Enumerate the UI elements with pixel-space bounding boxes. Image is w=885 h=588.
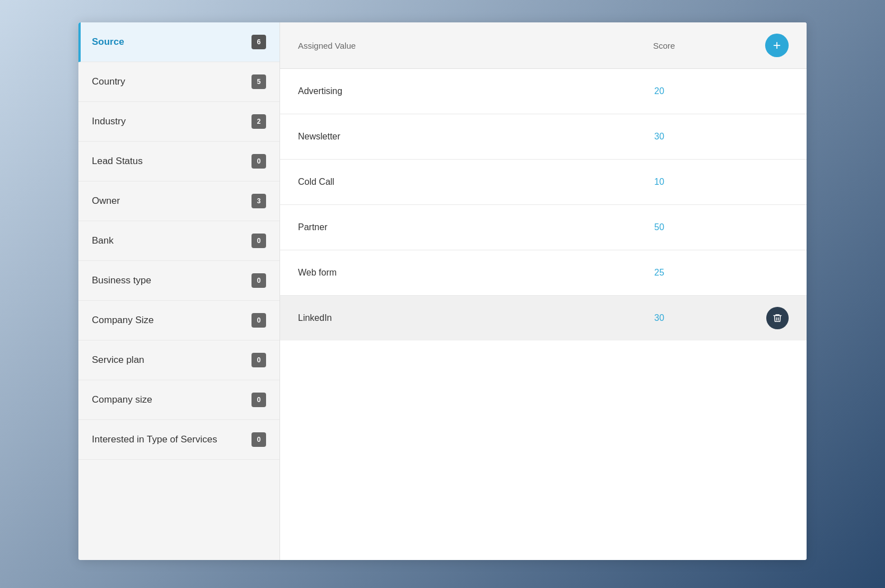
row-value-linkedin: LinkedIn bbox=[298, 313, 654, 323]
sidebar-item-label-country: Country bbox=[92, 76, 125, 87]
sidebar-badge-interested-in: 0 bbox=[251, 432, 266, 447]
row-value-advertising: Advertising bbox=[298, 86, 654, 96]
sidebar-badge-business-type: 0 bbox=[251, 273, 266, 288]
sidebar-badge-source: 6 bbox=[251, 35, 266, 49]
content-row-web-form: Web form25 bbox=[280, 250, 807, 296]
sidebar-item-label-source: Source bbox=[92, 36, 124, 48]
sidebar-item-industry[interactable]: Industry2 bbox=[78, 102, 280, 142]
sidebar-item-source[interactable]: Source6 bbox=[78, 22, 280, 62]
delete-placeholder-advertising bbox=[766, 80, 789, 102]
content-row-cold-call: Cold Call10 bbox=[280, 160, 807, 205]
delete-placeholder-web-form bbox=[766, 262, 789, 284]
sidebar-item-interested-in[interactable]: Interested in Type of Services0 bbox=[78, 420, 280, 460]
content-row-advertising: Advertising20 bbox=[280, 69, 807, 114]
score-column-header: Score bbox=[653, 41, 765, 50]
sidebar-badge-lead-status: 0 bbox=[251, 154, 266, 169]
sidebar-item-owner[interactable]: Owner3 bbox=[78, 181, 280, 221]
sidebar-badge-service-plan: 0 bbox=[251, 353, 266, 367]
row-value-newsletter: Newsletter bbox=[298, 132, 654, 142]
sidebar-item-lead-status[interactable]: Lead Status0 bbox=[78, 142, 280, 181]
delete-placeholder-newsletter bbox=[766, 125, 789, 148]
row-score-web-form: 25 bbox=[654, 268, 766, 278]
sidebar-item-business-type[interactable]: Business type0 bbox=[78, 261, 280, 301]
sidebar-badge-country: 5 bbox=[251, 74, 266, 89]
sidebar-item-label-company-size-2: Company size bbox=[92, 394, 152, 405]
delete-placeholder-partner bbox=[766, 216, 789, 239]
sidebar-item-label-service-plan: Service plan bbox=[92, 354, 145, 366]
sidebar-item-label-bank: Bank bbox=[92, 235, 114, 246]
delete-placeholder-cold-call bbox=[766, 171, 789, 193]
row-score-partner: 50 bbox=[654, 222, 766, 232]
row-value-web-form: Web form bbox=[298, 268, 654, 278]
sidebar-badge-company-size-1: 0 bbox=[251, 313, 266, 328]
sidebar-item-service-plan[interactable]: Service plan0 bbox=[78, 340, 280, 380]
row-score-advertising: 20 bbox=[654, 86, 766, 96]
sidebar-item-label-company-size-1: Company Size bbox=[92, 315, 154, 326]
sidebar-item-company-size-2[interactable]: Company size0 bbox=[78, 380, 280, 420]
row-value-partner: Partner bbox=[298, 222, 654, 232]
sidebar-item-label-lead-status: Lead Status bbox=[92, 156, 143, 167]
content-header: Assigned Value Score + bbox=[280, 22, 807, 69]
row-value-cold-call: Cold Call bbox=[298, 177, 654, 187]
content-row-newsletter: Newsletter30 bbox=[280, 114, 807, 160]
assigned-value-column-header: Assigned Value bbox=[298, 41, 653, 50]
sidebar-item-label-interested-in: Interested in Type of Services bbox=[92, 434, 217, 445]
row-score-cold-call: 10 bbox=[654, 177, 766, 187]
sidebar-item-bank[interactable]: Bank0 bbox=[78, 221, 280, 261]
content-row-linkedin: LinkedIn30 bbox=[280, 296, 807, 340]
delete-button-linkedin[interactable] bbox=[766, 307, 789, 329]
sidebar-item-company-size-1[interactable]: Company Size0 bbox=[78, 301, 280, 340]
sidebar-item-label-business-type: Business type bbox=[92, 275, 151, 286]
sidebar-badge-company-size-2: 0 bbox=[251, 393, 266, 407]
sidebar-item-label-owner: Owner bbox=[92, 195, 120, 207]
sidebar-badge-industry: 2 bbox=[251, 114, 266, 129]
sidebar-item-country[interactable]: Country5 bbox=[78, 62, 280, 102]
main-container: Source6Country5Industry2Lead Status0Owne… bbox=[78, 22, 807, 560]
sidebar-badge-owner: 3 bbox=[251, 194, 266, 208]
sidebar-badge-bank: 0 bbox=[251, 234, 266, 248]
row-score-newsletter: 30 bbox=[654, 132, 766, 142]
add-row-button[interactable]: + bbox=[765, 34, 789, 57]
sidebar-item-label-industry: Industry bbox=[92, 116, 125, 127]
row-score-linkedin: 30 bbox=[654, 313, 766, 323]
sidebar: Source6Country5Industry2Lead Status0Owne… bbox=[78, 22, 280, 560]
content-row-partner: Partner50 bbox=[280, 205, 807, 250]
content-panel: Assigned Value Score + Advertising20News… bbox=[280, 22, 807, 560]
